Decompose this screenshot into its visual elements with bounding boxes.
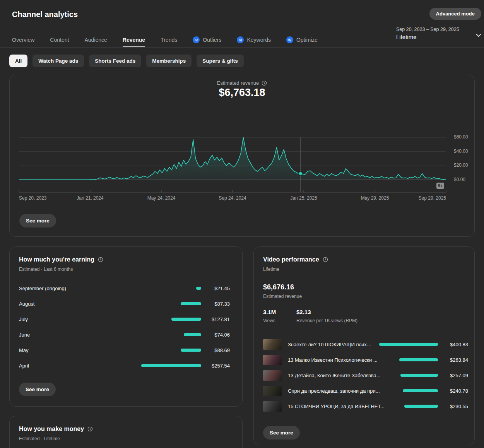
iq-badge-icon: IQ xyxy=(193,36,200,43)
month-label: May xyxy=(19,347,29,353)
card-title: Video performance xyxy=(263,256,319,263)
earnings-value: $87.33 xyxy=(206,301,230,307)
tab-label: Overview xyxy=(12,37,34,43)
card-subtitle: Estimated · Lifetime xyxy=(19,436,60,441)
video-revenue-bar xyxy=(400,374,438,377)
tab-label: Audience xyxy=(84,37,107,43)
chip-watch-page-ads[interactable]: Watch Page ads xyxy=(32,55,84,67)
tab-label: Optimize xyxy=(296,37,318,43)
video-row[interactable]: 13 Малко Известни Психологически ... $26… xyxy=(254,352,474,368)
earnings-row[interactable]: August $87.33 xyxy=(10,296,242,311)
advanced-mode-button[interactable]: Advanced mode xyxy=(429,8,481,20)
revenue-line-chart[interactable] xyxy=(19,137,446,193)
video-revenue-value: $263.84 xyxy=(443,357,468,363)
x-tick-label: Jan 21, 2024 xyxy=(77,195,103,201)
month-label: August xyxy=(19,301,34,307)
analytics-tabs: Overview Content Audience Revenue Trends… xyxy=(12,33,318,48)
period-selector[interactable]: Lifetime xyxy=(396,34,417,40)
tab-audience[interactable]: Audience xyxy=(84,33,107,46)
y-tick-label: $20.00 xyxy=(454,162,477,168)
tab-revenue[interactable]: Revenue xyxy=(123,33,145,46)
video-thumbnail xyxy=(263,339,282,350)
earnings-bar xyxy=(141,364,201,367)
tab-label: Revenue xyxy=(123,37,145,43)
total-revenue-label: Estimated revenue xyxy=(263,294,302,299)
tab-label: Outliers xyxy=(203,37,221,43)
chevron-down-icon[interactable] xyxy=(475,32,482,39)
video-revenue-bar xyxy=(379,343,438,346)
month-label: April xyxy=(19,363,29,369)
video-revenue-bar xyxy=(403,389,438,392)
earnings-row[interactable]: July $127.81 xyxy=(10,311,242,327)
earnings-value: $74.06 xyxy=(206,332,230,338)
x-tick-label: Sep 24, 2024 xyxy=(219,195,246,201)
tab-trends[interactable]: Trends xyxy=(161,33,177,46)
clock-icon xyxy=(323,257,328,262)
top-videos-list: Знаехте ли? 10 ШОКИРАЩИ психолог... $400… xyxy=(254,337,474,414)
x-tick-label: Sep 20, 2023 xyxy=(19,195,46,201)
earnings-row[interactable]: May $88.69 xyxy=(10,342,242,358)
video-revenue-bar xyxy=(399,358,438,361)
chip-shorts-feed-ads[interactable]: Shorts Feed ads xyxy=(89,55,141,67)
card-subtitle: Estimated · Last 6 months xyxy=(19,267,73,272)
video-thumbnail xyxy=(263,401,282,412)
date-range-text: Sep 20, 2023 – Sep 29, 2025 xyxy=(396,27,459,32)
chip-all[interactable]: All xyxy=(9,55,27,67)
tab-label: Trends xyxy=(161,37,177,43)
how-you-make-money-card: How you make money Estimated · Lifetime xyxy=(9,416,243,448)
tab-outliers[interactable]: IQOutliers xyxy=(193,33,221,46)
earnings-value: $257.54 xyxy=(206,363,230,369)
rpm-value: $2.13 xyxy=(296,309,311,315)
tab-content[interactable]: Content xyxy=(50,33,69,46)
video-title: 13 Малко Известни Психологически ... xyxy=(288,357,399,363)
earnings-card: How much you're earning Estimated · Last… xyxy=(9,246,243,407)
annotations-overflow-badge[interactable]: 9+ xyxy=(436,183,444,189)
see-more-button[interactable]: See more xyxy=(263,426,300,439)
earnings-row[interactable]: April $257.54 xyxy=(10,358,242,373)
video-thumbnail xyxy=(263,370,282,381)
video-performance-card: Video performance Lifetime $6,676.16 Est… xyxy=(253,246,475,445)
tab-keywords[interactable]: IQKeywords xyxy=(237,33,270,46)
iq-badge-icon: IQ xyxy=(237,36,244,43)
video-row[interactable]: Спри да преследваш, започни да при... $2… xyxy=(254,383,474,398)
video-row[interactable]: 15 СТОИЧНИ УРОЦИ, за да ИЗБЕГНЕТ... $230… xyxy=(254,398,474,414)
month-label: September (ongoing) xyxy=(19,286,66,291)
earnings-row[interactable]: September (ongoing) $21.45 xyxy=(10,280,242,296)
see-more-button[interactable]: See more xyxy=(19,214,56,227)
y-tick-label: $0.00 xyxy=(454,177,477,182)
earnings-value: $21.45 xyxy=(206,286,230,291)
earnings-bar xyxy=(181,349,201,352)
see-more-button[interactable]: See more xyxy=(19,383,56,396)
video-thumbnail xyxy=(263,355,282,365)
x-tick-label: May 29, 2025 xyxy=(361,195,389,201)
x-tick-label: Jan 25, 2025 xyxy=(290,195,317,201)
total-revenue-value: $6,676.16 xyxy=(263,283,294,291)
month-label: July xyxy=(19,316,28,322)
earnings-row[interactable]: June $74.06 xyxy=(10,327,242,342)
video-title: Спри да преследваш, започни да при... xyxy=(288,388,403,394)
video-row[interactable]: Знаехте ли? 10 ШОКИРАЩИ психолог... $400… xyxy=(254,337,474,352)
tab-label: Content xyxy=(50,37,69,43)
chip-memberships[interactable]: Memberships xyxy=(146,55,192,67)
video-title: 13 Детайла, Които Жените Забелязва... xyxy=(288,373,400,378)
tabs-divider xyxy=(0,47,484,48)
video-revenue-bar xyxy=(404,405,438,408)
video-title: 15 СТОИЧНИ УРОЦИ, за да ИЗБЕГНЕТ... xyxy=(288,404,404,409)
chip-supers-gifts[interactable]: Supers & gifts xyxy=(197,55,244,67)
views-value: 3.1M xyxy=(263,309,276,315)
earnings-bar xyxy=(181,302,201,305)
tab-overview[interactable]: Overview xyxy=(12,33,34,46)
tab-label: Keywords xyxy=(247,37,270,43)
monthly-earnings-list: September (ongoing) $21.45 August $87.33… xyxy=(10,280,242,373)
estimated-revenue-card: Estimated revenue $6,763.18 $60.00 $40.0… xyxy=(9,75,475,237)
video-row[interactable]: 13 Детайла, Които Жените Забелязва... $2… xyxy=(254,368,474,383)
revenue-filter-chips: All Watch Page ads Shorts Feed ads Membe… xyxy=(9,55,244,67)
clock-icon xyxy=(262,80,267,86)
earnings-bar xyxy=(184,333,201,336)
month-label: June xyxy=(19,332,30,338)
x-tick-label: Sep 29, 2025 xyxy=(419,195,446,201)
earnings-bar xyxy=(196,287,201,290)
card-subtitle: Lifetime xyxy=(263,267,279,272)
earnings-value: $88.69 xyxy=(206,347,230,353)
tab-optimize[interactable]: IQOptimize xyxy=(286,33,318,46)
